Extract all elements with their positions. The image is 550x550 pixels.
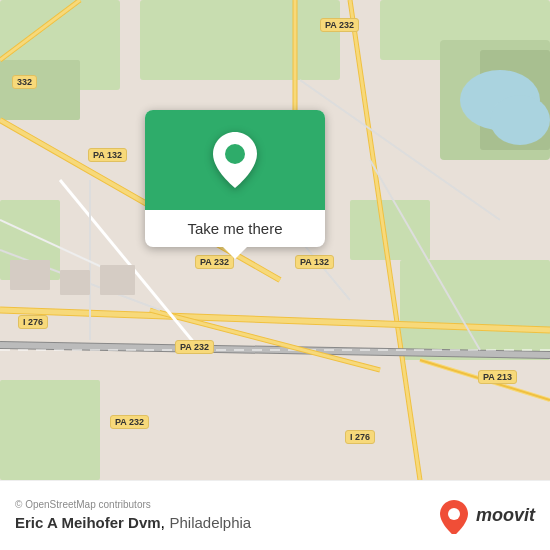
road-label-pa213: PA 213 bbox=[478, 370, 517, 384]
location-tooltip: Take me there bbox=[145, 110, 325, 247]
city-name: Philadelphia bbox=[169, 514, 251, 531]
moovit-logo: moovit bbox=[436, 498, 535, 534]
road-label-332: 332 bbox=[12, 75, 37, 89]
bottom-bar-content: © OpenStreetMap contributors Eric A Meih… bbox=[15, 499, 436, 532]
svg-rect-3 bbox=[140, 0, 340, 80]
svg-rect-38 bbox=[60, 270, 90, 295]
road-label-pa232-sw: PA 232 bbox=[110, 415, 149, 429]
svg-rect-12 bbox=[400, 260, 550, 360]
svg-rect-10 bbox=[0, 380, 100, 480]
moovit-text: moovit bbox=[476, 505, 535, 526]
road-label-pa132-nw: PA 132 bbox=[88, 148, 127, 162]
svg-point-8 bbox=[490, 95, 550, 145]
road-label-i276-e: I 276 bbox=[345, 430, 375, 444]
location-pin-icon bbox=[213, 132, 257, 188]
bottom-bar: © OpenStreetMap contributors Eric A Meih… bbox=[0, 480, 550, 550]
attribution-text: © OpenStreetMap contributors bbox=[15, 499, 436, 510]
location-name: Eric A Meihofer Dvm bbox=[15, 514, 161, 531]
road-label-i276-w: I 276 bbox=[18, 315, 48, 329]
svg-point-40 bbox=[225, 144, 245, 164]
svg-rect-2 bbox=[0, 60, 80, 120]
svg-rect-37 bbox=[10, 260, 50, 290]
svg-rect-39 bbox=[100, 265, 135, 295]
take-me-there-button[interactable]: Take me there bbox=[145, 210, 325, 247]
svg-point-41 bbox=[448, 508, 460, 520]
location-info: Eric A Meihofer Dvm, Philadelphia bbox=[15, 514, 436, 532]
road-label-pa232-s: PA 232 bbox=[175, 340, 214, 354]
road-label-pa232-n: PA 232 bbox=[320, 18, 359, 32]
road-label-pa132-mid: PA 132 bbox=[295, 255, 334, 269]
moovit-icon bbox=[436, 498, 472, 534]
svg-rect-11 bbox=[350, 200, 430, 260]
tooltip-header bbox=[145, 110, 325, 210]
map-container: PA 232 332 PA 132 PA 232 PA 132 I 276 PA… bbox=[0, 0, 550, 480]
